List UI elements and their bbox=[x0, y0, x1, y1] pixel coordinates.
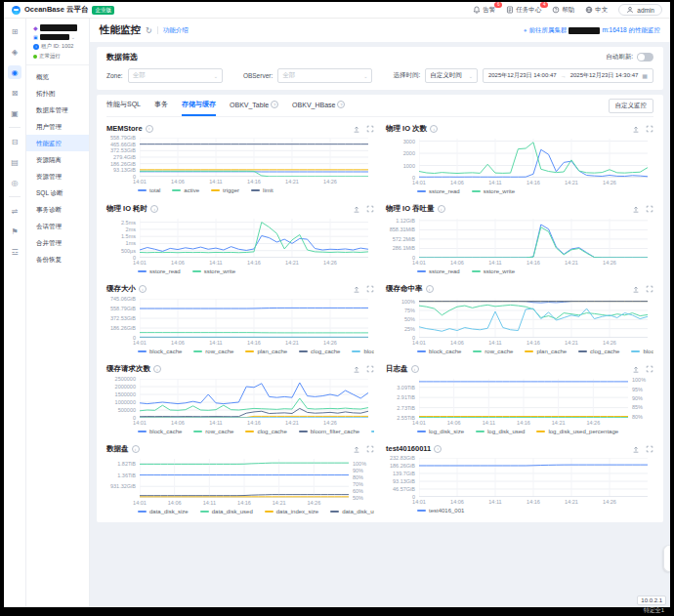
sidebar-item-会话管理[interactable]: 会话管理 bbox=[26, 218, 89, 234]
obproxy-icon[interactable]: ⊠ bbox=[8, 86, 21, 100]
legend-item-clog_cache[interactable]: clog_cache bbox=[299, 349, 340, 354]
zone-select[interactable]: 全部 ⌄ bbox=[128, 68, 223, 83]
sidebar-item-备份恢复[interactable]: 备份恢复 bbox=[26, 251, 89, 267]
legend-item-bloom_filter_cache[interactable]: bloom_filter_cache bbox=[631, 349, 653, 354]
legend-item-trigger[interactable]: trigger bbox=[211, 187, 239, 193]
sidebar-item-资源管理[interactable]: 资源管理 bbox=[26, 168, 89, 185]
sidebar-item-用户管理[interactable]: 用户管理 bbox=[26, 118, 89, 135]
expand-chart-icon[interactable] bbox=[366, 205, 374, 213]
language-menu[interactable]: 中文 bbox=[585, 6, 608, 15]
legend-item-log_disk_size[interactable]: log_disk_size bbox=[417, 429, 464, 434]
tab-OBKV_HBase[interactable]: OBKV_HBase? bbox=[292, 95, 345, 116]
sidebar-item-概览[interactable]: 概览 bbox=[26, 68, 89, 85]
alarm-menu[interactable]: 告警 6 bbox=[473, 6, 495, 15]
legend-item-sstore_read[interactable]: sstore_read bbox=[138, 268, 181, 274]
goto-cluster-link[interactable]: ⌖ 前往所属集群 m:16418 的性能监控 bbox=[524, 26, 660, 35]
info-icon[interactable]: i bbox=[430, 125, 438, 133]
diagnosis-icon[interactable]: ◎ bbox=[8, 176, 21, 189]
legend-item-clog_cache[interactable]: clog_cache bbox=[578, 349, 619, 354]
pin-chart-icon[interactable] bbox=[353, 285, 360, 293]
custom-monitor-button[interactable]: 自定义监控 bbox=[609, 99, 654, 113]
legend-item-row_cache[interactable]: row_cache bbox=[193, 429, 233, 434]
observer-select[interactable]: 全部 ⌄ bbox=[277, 68, 372, 83]
pin-chart-icon[interactable] bbox=[632, 445, 640, 453]
user-menu[interactable]: admin bbox=[618, 4, 662, 16]
feature-intro-link[interactable]: 功能介绍 bbox=[163, 26, 189, 35]
expand-chart-icon[interactable] bbox=[646, 365, 653, 373]
tenant-cluster-row[interactable]: ▣ ⌄ bbox=[33, 34, 83, 40]
legend-item-data_disk_size[interactable]: data_disk_size bbox=[138, 509, 189, 514]
legend-item-bloom_filter_cache[interactable]: bloom_filter_cache bbox=[299, 429, 359, 434]
legend-item-data_disk_used_percentage[interactable]: data_disk_used_percentage bbox=[330, 509, 374, 514]
tab-OBKV_Table[interactable]: OBKV_Table? bbox=[230, 95, 278, 116]
expand-chart-icon[interactable] bbox=[646, 125, 653, 133]
legend-item-sstore_read[interactable]: sstore_read bbox=[417, 268, 460, 274]
info-icon[interactable]: i bbox=[438, 205, 445, 213]
sidebar-item-事务诊断[interactable]: 事务诊断 bbox=[26, 201, 89, 218]
cluster-icon[interactable]: ◈ bbox=[8, 45, 21, 59]
legend-item-sstore_write[interactable]: sstore_write bbox=[472, 268, 515, 274]
expand-chart-icon[interactable] bbox=[366, 365, 374, 373]
legend-item-limit[interactable]: limit bbox=[251, 187, 274, 193]
pin-chart-icon[interactable] bbox=[632, 285, 640, 293]
legend-item-total[interactable]: total bbox=[138, 187, 160, 193]
expand-chart-icon[interactable] bbox=[646, 205, 653, 213]
legend-item-log_disk_used_percentage[interactable]: log_disk_used_percentage bbox=[536, 429, 618, 434]
info-icon[interactable]: i bbox=[434, 445, 442, 453]
expand-chart-icon[interactable] bbox=[646, 285, 653, 293]
legend-item-sstore_write[interactable]: sstore_write bbox=[192, 268, 235, 274]
legend-item-block_cache[interactable]: block_cache bbox=[417, 349, 461, 354]
metrics-icon[interactable]: ⊞ bbox=[8, 24, 21, 38]
tab-性能与SQL[interactable]: 性能与SQL bbox=[106, 95, 141, 116]
expand-chart-icon[interactable] bbox=[646, 445, 653, 453]
auto-refresh-toggle[interactable] bbox=[637, 53, 653, 62]
legend-item-bloom_filter_cache[interactable]: bloom_filter_cache bbox=[352, 349, 374, 354]
info-icon[interactable]: i bbox=[150, 205, 158, 213]
tab-存储与缓存[interactable]: 存储与缓存 bbox=[182, 95, 216, 116]
sidebar-item-资源隔离[interactable]: 资源隔离 bbox=[26, 151, 89, 168]
info-icon[interactable]: i bbox=[139, 285, 147, 293]
legend-item-plan_cache[interactable]: plan_cache bbox=[245, 349, 287, 354]
tenant-icon[interactable]: ◉ bbox=[8, 65, 21, 79]
pin-chart-icon[interactable] bbox=[353, 365, 360, 373]
legend-item-location_cache[interactable]: location_cache bbox=[371, 429, 374, 434]
legend-item-data_index_size[interactable]: data_index_size bbox=[265, 509, 318, 514]
legend-item-active[interactable]: active bbox=[172, 187, 199, 193]
legend-item-clog_cache[interactable]: clog_cache bbox=[245, 429, 286, 434]
info-icon[interactable]: i bbox=[132, 445, 140, 453]
legend-item-block_cache[interactable]: block_cache bbox=[138, 429, 182, 434]
sidebar-item-合并管理[interactable]: 合并管理 bbox=[26, 234, 89, 251]
log-service-icon[interactable]: ⇌ bbox=[8, 204, 21, 218]
legend-item-row_cache[interactable]: row_cache bbox=[193, 349, 233, 354]
info-icon[interactable]: i bbox=[153, 365, 161, 373]
inspection-icon[interactable]: ▤ bbox=[8, 155, 21, 169]
expand-chart-icon[interactable] bbox=[366, 285, 374, 293]
pin-chart-icon[interactable] bbox=[632, 365, 640, 373]
time-range-picker[interactable]: 2025年12月23日 14:00:47 → 2025年12月23日 14:30… bbox=[483, 68, 653, 83]
system-icon[interactable]: ☲ bbox=[8, 245, 21, 259]
collapse-handle[interactable] bbox=[663, 545, 670, 572]
help-menu[interactable]: 帮助 bbox=[552, 6, 574, 15]
legend-item-block_cache[interactable]: block_cache bbox=[138, 349, 182, 354]
pin-chart-icon[interactable] bbox=[353, 125, 360, 133]
legend-item-sstore_read[interactable]: sstore_read bbox=[417, 188, 460, 194]
sidebar-item-拓扑图[interactable]: 拓扑图 bbox=[26, 85, 89, 102]
tab-事务[interactable]: 事务 bbox=[154, 95, 168, 116]
pin-chart-icon[interactable] bbox=[353, 205, 360, 213]
legend-item-test4016_001[interactable]: test4016_001 bbox=[417, 508, 464, 513]
pin-chart-icon[interactable] bbox=[632, 205, 640, 213]
sidebar-item-数据库管理[interactable]: 数据库管理 bbox=[26, 102, 89, 118]
info-icon[interactable]: i bbox=[411, 365, 419, 373]
expand-chart-icon[interactable] bbox=[366, 125, 374, 133]
task-center-menu[interactable]: 任务中心 4 bbox=[506, 6, 541, 15]
report-icon[interactable]: ⚑ bbox=[8, 225, 21, 238]
expand-chart-icon[interactable] bbox=[366, 445, 374, 453]
legend-item-row_cache[interactable]: row_cache bbox=[473, 349, 513, 354]
backup-icon[interactable]: ▣ bbox=[8, 106, 21, 120]
pin-chart-icon[interactable] bbox=[353, 445, 360, 453]
pin-chart-icon[interactable] bbox=[632, 125, 640, 133]
time-mode-select[interactable]: 自定义时间 ⌄ bbox=[425, 68, 478, 83]
sidebar-item-SQL 诊断[interactable]: SQL 诊断 bbox=[26, 185, 89, 201]
info-icon[interactable]: i bbox=[146, 125, 153, 133]
legend-item-data_disk_used[interactable]: data_disk_used bbox=[200, 509, 253, 514]
